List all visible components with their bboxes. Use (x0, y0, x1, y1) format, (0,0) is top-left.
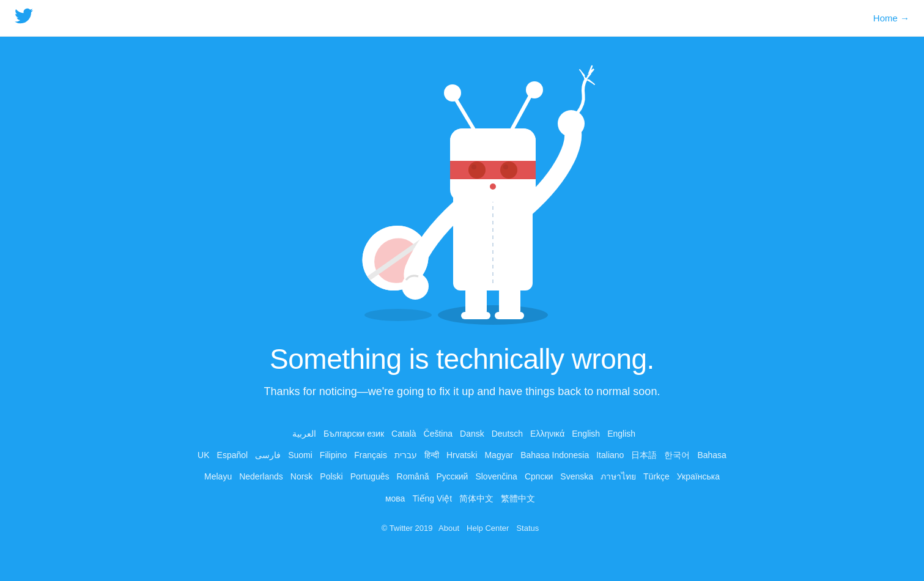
language-link[interactable]: Hrvatski (446, 450, 478, 460)
svg-point-26 (468, 161, 486, 179)
footer-link[interactable]: Help Center (467, 524, 509, 533)
language-link[interactable]: Português (350, 472, 390, 481)
svg-point-32 (444, 84, 461, 102)
language-link[interactable]: Català (391, 429, 416, 439)
language-link[interactable]: Español (217, 450, 248, 460)
language-link[interactable]: Filipino (320, 450, 347, 460)
language-link[interactable]: Svenska (560, 472, 593, 481)
language-link[interactable]: English (572, 429, 600, 439)
language-link[interactable]: 繁體中文 (501, 494, 535, 503)
svg-line-31 (455, 98, 473, 128)
svg-rect-13 (465, 287, 487, 315)
header: Home → (0, 0, 924, 37)
language-link[interactable]: Dansk (460, 429, 484, 439)
language-section: العربيةБългарски езикCatalàČeštinaDanskD… (187, 423, 737, 509)
language-link[interactable]: ภาษาไทย (601, 472, 636, 481)
language-link[interactable]: Français (354, 450, 387, 460)
error-text-container: Something is technically wrong. Thanks f… (264, 342, 660, 398)
svg-rect-15 (461, 312, 490, 319)
language-link[interactable]: עברית (394, 450, 417, 460)
language-link[interactable]: Slovenčina (475, 472, 517, 481)
error-title: Something is technically wrong. (264, 342, 660, 376)
language-link[interactable]: Polski (320, 472, 342, 481)
language-link[interactable]: Русский (436, 472, 468, 481)
language-link[interactable]: Български език (323, 429, 384, 439)
main-section: Something is technically wrong. Thanks f… (0, 37, 924, 581)
svg-point-1 (364, 309, 432, 321)
language-link[interactable]: Magyar (484, 450, 513, 460)
language-link[interactable]: 简体中文 (459, 494, 493, 503)
svg-point-10 (558, 110, 585, 137)
svg-point-27 (500, 161, 517, 179)
language-link[interactable]: हिन्दी (424, 450, 439, 460)
language-link[interactable]: Suomi (288, 450, 312, 460)
svg-point-0 (438, 305, 548, 325)
twitter-logo (15, 7, 33, 29)
language-link[interactable]: Türkçe (643, 472, 670, 481)
language-link[interactable]: Ελληνικά (530, 429, 564, 439)
svg-point-28 (471, 165, 476, 169)
svg-point-34 (526, 81, 543, 98)
language-link[interactable]: Bahasa Indonesia (520, 450, 589, 460)
svg-rect-22 (450, 149, 536, 161)
language-link[interactable]: Italiano (596, 450, 624, 460)
language-link[interactable]: Nederlands (239, 472, 283, 481)
language-link[interactable]: 日本語 (631, 450, 657, 460)
language-link[interactable]: Română (397, 472, 429, 481)
copyright: © Twitter 2019 (382, 524, 435, 533)
home-link[interactable]: Home → (873, 13, 909, 23)
robot-illustration (0, 37, 924, 330)
language-link[interactable]: العربية (292, 429, 316, 439)
language-link[interactable]: Српски (525, 472, 553, 481)
svg-point-29 (503, 165, 508, 169)
language-link[interactable]: Tiếng Việt (412, 494, 452, 503)
svg-rect-23 (450, 161, 536, 179)
svg-point-30 (490, 183, 496, 190)
svg-rect-14 (499, 287, 520, 315)
footer-link[interactable]: Status (516, 524, 539, 533)
language-link[interactable]: 한국어 (664, 450, 690, 460)
footer-link[interactable]: About (438, 524, 459, 533)
language-link[interactable]: Norsk (290, 472, 313, 481)
svg-rect-16 (495, 312, 524, 319)
svg-point-9 (402, 273, 429, 300)
footer: © Twitter 2019 AboutHelp CenterStatus (382, 524, 543, 533)
language-link[interactable]: فارسی (255, 450, 281, 460)
error-subtitle: Thanks for noticing—we're going to fix i… (264, 385, 660, 398)
language-link[interactable]: Čeština (424, 429, 453, 439)
language-link[interactable]: Deutsch (492, 429, 523, 439)
svg-line-33 (512, 95, 531, 128)
